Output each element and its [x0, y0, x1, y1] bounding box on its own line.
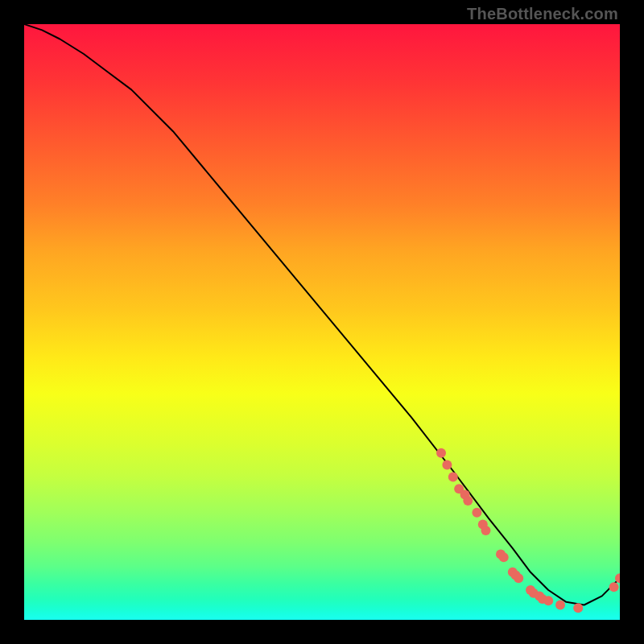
data-point [436, 448, 446, 458]
plot-area [24, 24, 620, 620]
data-point [448, 472, 458, 481]
data-point [481, 526, 491, 535]
data-point [543, 596, 553, 605]
series-curve [24, 24, 620, 605]
data-point [442, 460, 452, 470]
data-point [463, 496, 473, 506]
chart-container: TheBottleneck.com [0, 0, 644, 644]
data-point [609, 582, 619, 592]
data-point [514, 573, 523, 583]
data-point [499, 552, 509, 562]
chart-svg [24, 24, 620, 620]
data-point [573, 603, 583, 613]
watermark-text: TheBottleneck.com [467, 5, 618, 23]
data-point [555, 601, 565, 610]
data-point [472, 508, 481, 518]
